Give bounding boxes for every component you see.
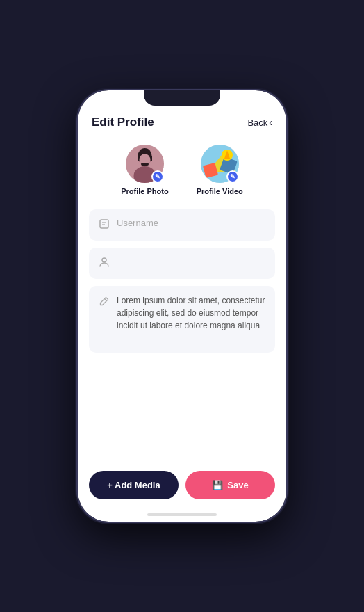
video-edit-badge[interactable]: ✎ bbox=[226, 170, 239, 183]
svg-rect-6 bbox=[141, 163, 149, 166]
phone-shell: Edit Profile Back ‹ bbox=[78, 90, 286, 522]
bottom-bar: + Add Media 💾 Save bbox=[78, 462, 286, 513]
back-label: Back bbox=[247, 118, 267, 128]
notch bbox=[144, 90, 220, 106]
svg-point-16 bbox=[102, 258, 106, 262]
media-upload-row: ✎ Profile Photo bbox=[89, 145, 275, 195]
edit-icon bbox=[99, 296, 110, 309]
header: Edit Profile Back ‹ bbox=[78, 110, 286, 138]
svg-line-17 bbox=[105, 299, 107, 301]
content-area: ✎ Profile Photo bbox=[78, 138, 286, 462]
save-label: Save bbox=[227, 480, 248, 490]
svg-rect-13 bbox=[100, 220, 108, 228]
chevron-left-icon: ‹ bbox=[269, 117, 272, 128]
photo-edit-badge[interactable]: ✎ bbox=[151, 170, 164, 183]
person-icon bbox=[99, 257, 110, 271]
handle-input[interactable]: @Jada_Fire bbox=[117, 256, 265, 266]
save-button[interactable]: 💾 Save bbox=[185, 471, 275, 499]
screen: Edit Profile Back ‹ bbox=[78, 90, 286, 522]
profile-video-item[interactable]: ✎ Profile Video bbox=[197, 145, 243, 195]
profile-photo-item[interactable]: ✎ Profile Photo bbox=[121, 145, 168, 195]
profile-photo-label: Profile Photo bbox=[121, 187, 168, 195]
username-icon bbox=[99, 218, 110, 232]
handle-field: @Jada_Fire bbox=[89, 248, 275, 279]
profile-photo-thumb[interactable]: ✎ bbox=[126, 145, 164, 183]
bio-field: Lorem ipsum dolor sit amet, consectetur … bbox=[89, 286, 275, 353]
save-icon: 💾 bbox=[212, 480, 223, 490]
profile-video-thumb[interactable]: ✎ bbox=[201, 145, 239, 183]
username-input[interactable] bbox=[117, 218, 265, 228]
username-field bbox=[89, 209, 275, 241]
add-media-button[interactable]: + Add Media bbox=[89, 471, 179, 499]
bio-textarea[interactable]: Lorem ipsum dolor sit amet, consectetur … bbox=[117, 294, 265, 344]
profile-video-label: Profile Video bbox=[197, 187, 243, 195]
back-button[interactable]: Back ‹ bbox=[247, 117, 272, 128]
home-indicator bbox=[147, 513, 217, 516]
page-title: Edit Profile bbox=[92, 115, 154, 129]
